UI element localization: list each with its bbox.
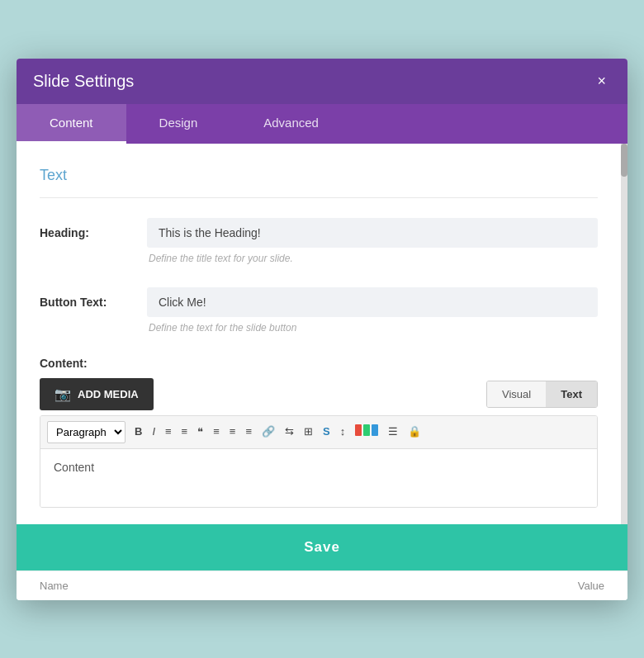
align-center-button[interactable]: ≡ [225,423,240,441]
columns-button[interactable]: ↕ [336,423,350,441]
add-media-button[interactable]: 📷 ADD MEDIA [40,378,154,410]
modal-title: Slide Settings [33,72,134,91]
link-button[interactable]: 🔗 [258,423,279,441]
tab-advanced[interactable]: Advanced [230,104,352,144]
modal-header: Slide Settings × [17,59,627,104]
content-label: Content: [40,357,598,370]
align-right-button[interactable]: ≡ [241,423,256,441]
spell-check-button[interactable]: S [319,423,334,441]
unlink-button[interactable]: ⇆ [281,423,298,441]
heading-field-wrapper: Define the title text for your slide. [147,218,598,264]
editor-toolbar-row: 📷 ADD MEDIA Visual Text [40,378,598,410]
section-divider [40,197,598,198]
value-column-label: Value [578,580,604,592]
paragraph-select[interactable]: Paragraph [47,421,125,443]
heading-input[interactable] [147,218,598,248]
table-button[interactable]: ⊞ [300,423,317,441]
color-block-button[interactable] [351,422,382,442]
ul-button[interactable]: ≡ [161,423,176,441]
button-text-field-wrapper: Define the text for the slide button [147,287,598,334]
bold-button[interactable]: B [130,423,146,441]
modal-body-wrapper: Text Heading: Define the title text for … [17,144,627,524]
section-title: Text [40,167,598,184]
tab-bar: Content Design Advanced [17,104,627,144]
editor-format-bar: Paragraph B I ≡ ≡ ❝ ≡ ≡ ≡ 🔗 ⇆ ⊞ S [40,416,597,449]
editor-content[interactable]: Content [40,449,597,507]
slide-settings-modal: Slide Settings × Content Design Advanced… [17,59,627,600]
editor-wrapper: Paragraph B I ≡ ≡ ❝ ≡ ≡ ≡ 🔗 ⇆ ⊞ S [40,415,598,508]
button-text-input[interactable] [147,287,598,317]
align-left-button[interactable]: ≡ [209,423,224,441]
heading-label: Heading: [40,218,147,239]
lock-button[interactable]: 🔒 [404,423,425,441]
save-bar: Save [17,524,627,570]
button-text-hint: Define the text for the slide button [147,322,598,334]
name-column-label: Name [40,580,69,592]
content-section: Content: 📷 ADD MEDIA Visual Text [40,357,598,508]
button-text-label: Button Text: [40,287,147,309]
quote-button[interactable]: ❝ [193,423,207,441]
modal-body: Text Heading: Define the title text for … [17,144,621,524]
text-view-button[interactable]: Text [546,381,597,407]
close-button[interactable]: × [592,72,611,90]
scrollbar-thumb[interactable] [621,144,627,177]
row-button[interactable]: ☰ [384,423,402,441]
tab-design[interactable]: Design [126,104,231,144]
heading-hint: Define the title text for your slide. [147,253,598,264]
add-media-icon: 📷 [54,386,71,402]
scrollbar-track [621,144,627,524]
view-toggle: Visual Text [486,381,598,408]
ol-button[interactable]: ≡ [178,423,192,441]
button-text-row: Button Text: Define the text for the sli… [40,287,598,334]
italic-button[interactable]: I [148,423,159,441]
tab-content[interactable]: Content [17,104,126,144]
heading-row: Heading: Define the title text for your … [40,218,598,264]
save-button[interactable]: Save [31,539,613,556]
bottom-bar: Name Value [17,570,627,600]
add-media-label: ADD MEDIA [78,388,139,400]
visual-view-button[interactable]: Visual [487,381,546,407]
